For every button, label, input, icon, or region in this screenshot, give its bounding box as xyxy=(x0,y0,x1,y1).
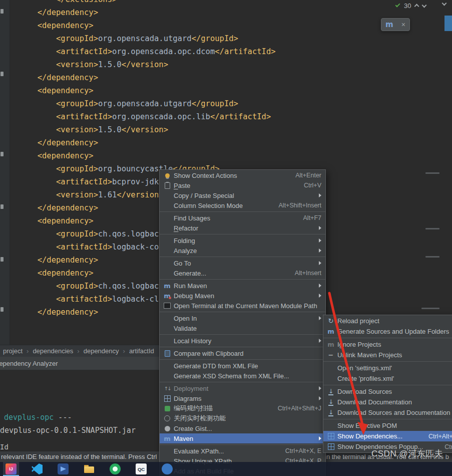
menu-item-label: 关闭实时检测功能 xyxy=(174,414,226,423)
maven-icon[interactable]: m xyxy=(385,20,393,29)
menu-item-shortcut: Ctrl+V xyxy=(292,182,321,189)
context-menu-open-terminal-at-the-current-maven-module-path[interactable]: Open Terminal at the Current Maven Modul… xyxy=(160,301,325,311)
strip-mark xyxy=(1,9,4,14)
strip-mark xyxy=(1,257,4,262)
tab-dependency-analyzer[interactable]: Dependency Analyzer xyxy=(0,360,58,367)
context-menu-maven[interactable]: Maven xyxy=(160,433,325,443)
maven-reload-popup[interactable]: m × xyxy=(381,18,410,31)
maven-submenu-reload-project[interactable]: Reload project xyxy=(323,316,452,326)
code-line[interactable]: </exclusions> xyxy=(0,0,447,6)
breadcrumb-item-artifactId[interactable]: artifactId xyxy=(129,347,154,355)
context-menu-local-history[interactable]: Local History xyxy=(160,336,325,346)
code-line[interactable]: <version>1.5.0</version> xyxy=(0,58,447,71)
code-line[interactable]: <dependency> xyxy=(0,19,447,32)
context-menu-generate[interactable]: Generate...Alt+Insert xyxy=(160,268,325,278)
context-menu-paste[interactable]: PasteCtrl+V xyxy=(160,180,325,190)
code-line[interactable]: </dependency> xyxy=(0,6,447,19)
chevron-up-icon[interactable] xyxy=(414,4,419,9)
inspections-widget[interactable]: 30 xyxy=(395,1,426,10)
maven-submenu-ignore-projects[interactable]: Ignore Projects xyxy=(323,339,452,350)
code-line[interactable]: <dependency> xyxy=(0,149,447,162)
context-menu-diagrams[interactable]: Diagrams xyxy=(160,393,325,403)
bulb-icon xyxy=(162,171,172,179)
code-line[interactable]: <artifactId>org.openscada.opc.dcom</arti… xyxy=(0,45,447,58)
code-line[interactable]: <version>1.5.0</version> xyxy=(0,123,447,136)
context-menu-open-in[interactable]: Open In xyxy=(160,313,325,323)
code-line[interactable]: <dependency> xyxy=(0,84,447,97)
blank-icon xyxy=(162,259,172,267)
maven-submenu-download-documentation[interactable]: Download Documentation xyxy=(323,397,452,407)
menu-item-label: Generate... xyxy=(174,270,206,277)
terminal-line: Id xyxy=(0,443,9,451)
terminal-dashes: --- xyxy=(54,413,72,422)
taskbar-intellij-icon[interactable]: IJ xyxy=(3,462,19,476)
taskbar-explorer-icon[interactable] xyxy=(81,462,97,476)
download-icon xyxy=(326,388,336,396)
context-menu-run-maven[interactable]: Run Maven xyxy=(160,281,325,291)
menu-item-label: Refactor xyxy=(174,224,198,232)
maven-submenu-unlink-maven-projects[interactable]: Unlink Maven Projects xyxy=(323,350,452,360)
maven-submenu-generate-sources-and-update-folders[interactable]: Generate Sources and Update Folders xyxy=(323,326,452,337)
context-menu-refactor[interactable]: Refactor xyxy=(160,223,325,233)
editor-context-menu: Show Context ActionsAlt+EnterPasteCtrl+V… xyxy=(159,169,326,476)
context-menu-validate[interactable]: Validate xyxy=(160,323,325,333)
maven-submenu-open-settings-xml[interactable]: Open 'settings.xml' xyxy=(323,363,452,373)
breadcrumb-item-project[interactable]: project xyxy=(3,347,23,355)
menu-item-shortcut: Alt+F7 xyxy=(291,214,321,221)
chevron-down-icon[interactable] xyxy=(422,3,427,8)
menu-item-label: Evaluate XPath... xyxy=(174,447,224,455)
context-menu-generate-dtd-from-xml-file[interactable]: Generate DTD from XML File xyxy=(160,361,325,371)
reload-icon xyxy=(326,317,336,325)
submenu-arrow-icon xyxy=(319,436,321,440)
maven-submenu-create-profiles-xml[interactable]: Create 'profiles.xml' xyxy=(323,373,452,384)
menu-item-label: Go To xyxy=(174,260,191,267)
maven-submenu-show-effective-pom[interactable]: Show Effective POM xyxy=(323,420,452,431)
taskbar-green-app-icon[interactable] xyxy=(107,462,123,476)
taskbar-qc-app-icon[interactable]: QC xyxy=(133,462,149,476)
menu-separator xyxy=(160,234,325,234)
breadcrumb-item-dependency[interactable]: dependency xyxy=(84,347,119,355)
context-menu-copy-paste-special[interactable]: Copy / Paste Special xyxy=(160,190,325,200)
blank-icon xyxy=(162,324,172,332)
breadcrumb-item-dependencies[interactable]: dependencies xyxy=(33,347,73,355)
context-menu-go-to[interactable]: Go To xyxy=(160,258,325,268)
maven-submenu-show-dependencies[interactable]: Show Dependencies...Ctrl+Alt+Shift+U xyxy=(323,431,452,441)
menu-item-shortcut: Ctrl+Alt+Shift+J xyxy=(266,405,321,412)
deploy-icon xyxy=(162,384,172,392)
context-menu-deployment[interactable]: Deployment xyxy=(160,383,325,393)
menu-separator xyxy=(323,361,452,362)
ignore-icon xyxy=(326,341,336,349)
code-line[interactable]: </dependency> xyxy=(0,71,447,84)
context-menu-关闭实时检测功能[interactable]: 关闭实时检测功能 xyxy=(160,413,325,423)
code-line[interactable]: <groupId>org.openscada.utgard</groupId> xyxy=(0,97,447,110)
scrollbar-thumb[interactable] xyxy=(444,16,452,31)
taskbar-vscode-icon[interactable] xyxy=(29,462,45,476)
ide-window: </exclusions> </dependency> <dependency>… xyxy=(0,0,452,476)
context-menu-column-selection-mode[interactable]: Column Selection ModeAlt+Shift+Insert xyxy=(160,200,325,210)
menu-separator xyxy=(323,419,452,419)
context-menu-find-usages[interactable]: Find UsagesAlt+F7 xyxy=(160,213,325,223)
code-line[interactable]: </dependency> xyxy=(0,136,447,149)
close-icon[interactable]: × xyxy=(401,21,405,28)
gen-sources-icon xyxy=(326,328,336,336)
menu-item-label: Maven xyxy=(174,435,193,442)
taskbar-blue-app-icon[interactable] xyxy=(159,462,175,476)
context-menu-generate-xsd-schema-from-xml-file[interactable]: Generate XSD Schema from XML File... xyxy=(160,371,325,381)
breadcrumb-separator: › xyxy=(123,347,125,355)
scan-icon xyxy=(162,404,172,412)
context-menu-evaluate-xpath[interactable]: Evaluate XPath...Ctrl+Alt+X, E xyxy=(160,446,325,456)
context-menu-show-context-actions[interactable]: Show Context ActionsAlt+Enter xyxy=(160,170,325,180)
depgraph-icon xyxy=(326,432,336,440)
context-menu-folding[interactable]: Folding xyxy=(160,235,325,246)
maven-submenu-download-sources-and-documentation[interactable]: Download Sources and Documentation xyxy=(323,407,452,418)
code-line[interactable]: <groupId>org.openscada.utgard</groupId> xyxy=(0,32,447,45)
maven-submenu-download-sources[interactable]: Download Sources xyxy=(323,386,452,397)
code-line[interactable]: <artifactId>org.openscada.opc.lib</artif… xyxy=(0,110,447,123)
context-menu-create-gist[interactable]: Create Gist... xyxy=(160,423,325,433)
context-menu-debug-maven[interactable]: Debug Maven xyxy=(160,291,325,301)
context-menu-analyze[interactable]: Analyze xyxy=(160,246,325,256)
context-menu-编码规约扫描[interactable]: 编码规约扫描Ctrl+Alt+Shift+J xyxy=(160,403,325,413)
menu-item-label: Column Selection Mode xyxy=(174,202,243,209)
taskbar-docs-app-icon[interactable] xyxy=(55,462,71,476)
context-menu-compare-with-clipboard[interactable]: Compare with Clipboard xyxy=(160,348,325,358)
